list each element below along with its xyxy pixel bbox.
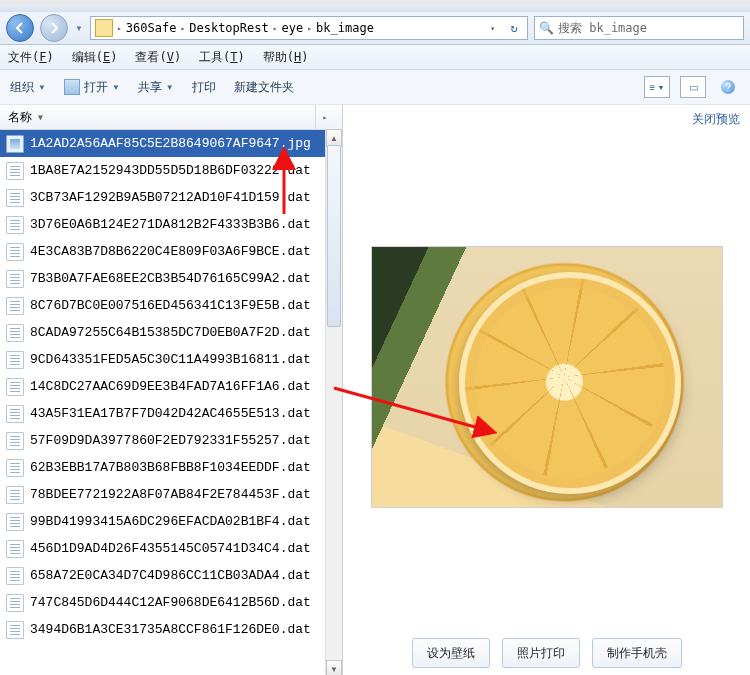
file-name: 4E3CA83B7D8B6220C4E809F03A6F9BCE.dat <box>30 245 311 258</box>
file-row[interactable]: 3D76E0A6B124E271DA812B2F4333B3B6.dat <box>0 211 342 238</box>
data-file-icon <box>6 594 24 612</box>
address-bar[interactable]: ▸ 360Safe ▸ DesktopRest ▸ eye ▸ bk_image… <box>90 16 528 40</box>
file-row[interactable]: 99BD41993415A6DC296EFACDA02B1BF4.dat <box>0 508 342 535</box>
data-file-icon <box>6 540 24 558</box>
data-file-icon <box>6 459 24 477</box>
menu-view[interactable]: 查看(V) <box>135 49 181 66</box>
open-icon <box>64 79 80 95</box>
data-file-icon <box>6 486 24 504</box>
scroll-track[interactable] <box>326 145 342 662</box>
menu-bar: 文件(F) 编辑(E) 查看(V) 工具(T) 帮助(H) <box>0 45 750 70</box>
file-name: 8CADA97255C64B15385DC7D0EB0A7F2D.dat <box>30 326 311 339</box>
file-row[interactable]: 8CADA97255C64B15385DC7D0EB0A7F2D.dat <box>0 319 342 346</box>
preview-pane-button[interactable]: ▭ <box>680 76 706 98</box>
file-name: 8C76D7BC0E007516ED456341C13F9E5B.dat <box>30 299 311 312</box>
file-row[interactable]: 62B3EBB17A7B803B68FBB8F1034EEDDF.dat <box>0 454 342 481</box>
file-name: 9CD643351FED5A5C30C11A4993B16811.dat <box>30 353 311 366</box>
breadcrumb-sep: ▸ <box>273 24 278 33</box>
preview-image <box>371 246 723 508</box>
preview-actions: 设为壁纸 照片打印 制作手机壳 <box>343 628 750 675</box>
data-file-icon <box>6 189 24 207</box>
window-titlebar <box>0 4 750 12</box>
arrow-right-icon <box>48 22 60 34</box>
file-name: 747C845D6D444C12AF9068DE6412B56D.dat <box>30 596 311 609</box>
search-box[interactable]: 🔍 搜索 bk_image <box>534 16 744 40</box>
organize-button[interactable]: 组织 ▼ <box>10 79 46 96</box>
menu-help[interactable]: 帮助(H) <box>263 49 309 66</box>
file-list-panel: 名称 ▼ ▸ 1A2AD2A56AAF85C5E2B8649067AF9647.… <box>0 105 343 675</box>
file-row[interactable]: 14C8DC27AAC69D9EE3B4FAD7A16FF1A6.dat <box>0 373 342 400</box>
nav-history-dropdown[interactable]: ▼ <box>74 15 84 41</box>
data-file-icon <box>6 513 24 531</box>
file-name: 14C8DC27AAC69D9EE3B4FAD7A16FF1A6.dat <box>30 380 311 393</box>
new-folder-button[interactable]: 新建文件夹 <box>234 79 294 96</box>
file-list[interactable]: 1A2AD2A56AAF85C5E2B8649067AF9647.jpg1BA8… <box>0 130 342 675</box>
chevron-down-icon: ▼ <box>38 113 43 122</box>
file-row[interactable]: 57F09D9DA3977860F2ED792331F55257.dat <box>0 427 342 454</box>
address-bar-row: ▼ ▸ 360Safe ▸ DesktopRest ▸ eye ▸ bk_ima… <box>0 12 750 45</box>
file-name: 99BD41993415A6DC296EFACDA02B1BF4.dat <box>30 515 311 528</box>
data-file-icon <box>6 621 24 639</box>
breadcrumb-sep: ▸ <box>180 24 185 33</box>
search-icon: 🔍 <box>539 21 554 35</box>
data-file-icon <box>6 270 24 288</box>
file-name: 456D1D9AD4D26F4355145C05741D34C4.dat <box>30 542 311 555</box>
scroll-down-button[interactable]: ▼ <box>326 660 342 675</box>
file-row[interactable]: 43A5F31EA17B7F7D042D42AC4655E513.dat <box>0 400 342 427</box>
print-button[interactable]: 打印 <box>192 79 216 96</box>
share-button[interactable]: 共享 ▼ <box>138 79 174 96</box>
file-row[interactable]: 9CD643351FED5A5C30C11A4993B16811.dat <box>0 346 342 373</box>
file-row[interactable]: 7B3B0A7FAE68EE2CB3B54D76165C99A2.dat <box>0 265 342 292</box>
data-file-icon <box>6 243 24 261</box>
data-file-icon <box>6 351 24 369</box>
breadcrumb-sep: ▸ <box>307 24 312 33</box>
set-wallpaper-button[interactable]: 设为壁纸 <box>412 638 490 668</box>
data-file-icon <box>6 324 24 342</box>
vertical-scrollbar[interactable]: ▲ ▼ <box>325 129 342 675</box>
photo-print-button[interactable]: 照片打印 <box>502 638 580 668</box>
file-name: 78BDEE7721922A8F07AB84F2E784453F.dat <box>30 488 311 501</box>
file-name: 658A72E0CA34D7C4D986CC11CB03ADA4.dat <box>30 569 311 582</box>
open-button[interactable]: 打开 ▼ <box>64 79 120 96</box>
file-row[interactable]: 3494D6B1A3CE31735A8CCF861F126DE0.dat <box>0 616 342 643</box>
image-file-icon <box>6 135 24 153</box>
scroll-thumb[interactable] <box>327 145 341 327</box>
breadcrumb-item[interactable]: eye <box>282 21 304 35</box>
search-placeholder: 搜索 bk_image <box>558 20 647 37</box>
refresh-button[interactable]: ↻ <box>505 21 523 35</box>
column-header-label: 名称 <box>8 109 32 126</box>
data-file-icon <box>6 216 24 234</box>
folder-icon <box>95 19 113 37</box>
breadcrumb-item[interactable]: bk_image <box>316 21 374 35</box>
breadcrumb-item[interactable]: 360Safe <box>126 21 177 35</box>
file-row[interactable]: 1A2AD2A56AAF85C5E2B8649067AF9647.jpg <box>0 130 342 157</box>
column-header-name[interactable]: 名称 ▼ ▸ <box>0 105 342 130</box>
file-row[interactable]: 8C76D7BC0E007516ED456341C13F9E5B.dat <box>0 292 342 319</box>
menu-edit[interactable]: 编辑(E) <box>72 49 118 66</box>
file-name: 3494D6B1A3CE31735A8CCF861F126DE0.dat <box>30 623 311 636</box>
file-row[interactable]: 78BDEE7721922A8F07AB84F2E784453F.dat <box>0 481 342 508</box>
menu-file[interactable]: 文件(F) <box>8 49 54 66</box>
make-phone-case-button[interactable]: 制作手机壳 <box>592 638 682 668</box>
nav-back-button[interactable] <box>6 14 34 42</box>
file-row[interactable]: 1BA8E7A2152943DD55D5D18B6DF03222.dat <box>0 157 342 184</box>
data-file-icon <box>6 405 24 423</box>
breadcrumb-sep: ▸ <box>117 24 122 33</box>
file-row[interactable]: 3CB73AF1292B9A5B07212AD10F41D159.dat <box>0 184 342 211</box>
file-row[interactable]: 747C845D6D444C12AF9068DE6412B56D.dat <box>0 589 342 616</box>
nav-forward-button[interactable] <box>40 14 68 42</box>
menu-tools[interactable]: 工具(T) <box>199 49 245 66</box>
close-preview-link[interactable]: 关闭预览 <box>692 111 740 128</box>
column-header-scroll-right[interactable]: ▸ <box>315 105 334 129</box>
file-row[interactable]: 4E3CA83B7D8B6220C4E809F03A6F9BCE.dat <box>0 238 342 265</box>
help-button[interactable]: ? <box>716 77 740 97</box>
file-row[interactable]: 658A72E0CA34D7C4D986CC11CB03ADA4.dat <box>0 562 342 589</box>
file-name: 1A2AD2A56AAF85C5E2B8649067AF9647.jpg <box>30 137 311 150</box>
data-file-icon <box>6 432 24 450</box>
file-row[interactable]: 456D1D9AD4D26F4355145C05741D34C4.dat <box>0 535 342 562</box>
breadcrumb-item[interactable]: DesktopRest <box>189 21 268 35</box>
file-name: 3CB73AF1292B9A5B07212AD10F41D159.dat <box>30 191 311 204</box>
view-mode-button[interactable]: ≡ ▼ <box>644 76 670 98</box>
address-dropdown[interactable]: ▾ <box>484 24 501 33</box>
file-name: 7B3B0A7FAE68EE2CB3B54D76165C99A2.dat <box>30 272 311 285</box>
